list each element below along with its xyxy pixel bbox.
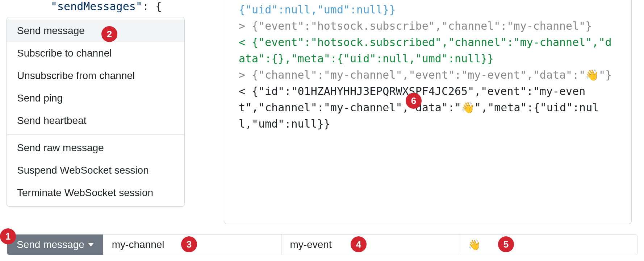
menu-item-send-ping[interactable]: Send ping — [7, 87, 184, 109]
menu-item-terminate-session[interactable]: Terminate WebSocket session — [7, 182, 184, 204]
menu-item-unsubscribe[interactable]: Unsubscribe from channel — [7, 65, 184, 87]
menu-item-label: Send heartbeat — [17, 115, 87, 127]
menu-item-send-raw[interactable]: Send raw message — [7, 137, 184, 159]
menu-item-send-message[interactable]: Send message — [7, 20, 184, 42]
callout-badge-1: 1 — [0, 228, 16, 244]
menu-section-2: Send raw message Suspend WebSocket sessi… — [7, 134, 184, 206]
button-label: Send message — [17, 239, 84, 250]
menu-item-send-heartbeat[interactable]: Send heartbeat — [7, 109, 184, 132]
log-line: > {"channel":"my-channel","event":"my-ev… — [239, 67, 617, 83]
log-line: {"uid":null,"umd":null}} — [239, 1, 617, 18]
send-toolbar: Send message — [7, 234, 637, 255]
callout-badge-5: 5 — [498, 236, 514, 252]
code-header: "sendMessages": { — [51, 0, 162, 13]
data-input[interactable] — [459, 235, 637, 255]
log-line: < {"id":"01HZAHYHHJ3EPQRWXSPF4JC265","ev… — [239, 83, 617, 132]
event-input[interactable] — [281, 235, 459, 255]
menu-item-label: Send ping — [17, 92, 63, 104]
menu-item-subscribe[interactable]: Subscribe to channel — [7, 42, 184, 65]
callout-badge-4: 4 — [351, 236, 367, 252]
menu-item-label: Send raw message — [17, 142, 104, 154]
callout-badge-3: 3 — [181, 236, 197, 252]
menu-item-label: Terminate WebSocket session — [17, 187, 153, 199]
send-menu: Send message Subscribe to channel Unsubs… — [7, 17, 185, 207]
menu-item-label: Send message — [17, 25, 85, 37]
menu-item-suspend-session[interactable]: Suspend WebSocket session — [7, 159, 184, 182]
log-line: < {"event":"hotsock.subscribed","channel… — [239, 34, 617, 67]
callout-badge-6: 6 — [406, 93, 422, 109]
menu-item-label: Unsubscribe from channel — [17, 70, 135, 82]
menu-item-label: Subscribe to channel — [17, 47, 112, 59]
menu-section-1: Send message Subscribe to channel Unsubs… — [7, 17, 184, 134]
log-line: > {"event":"hotsock.subscribe","channel"… — [239, 18, 617, 34]
menu-item-label: Suspend WebSocket session — [17, 165, 149, 176]
chevron-down-icon — [88, 243, 94, 246]
send-message-dropdown-button[interactable]: Send message — [7, 235, 103, 255]
callout-badge-2: 2 — [101, 26, 117, 42]
websocket-log[interactable]: {"uid":null,"umd":null}} > {"event":"hot… — [224, 0, 632, 224]
